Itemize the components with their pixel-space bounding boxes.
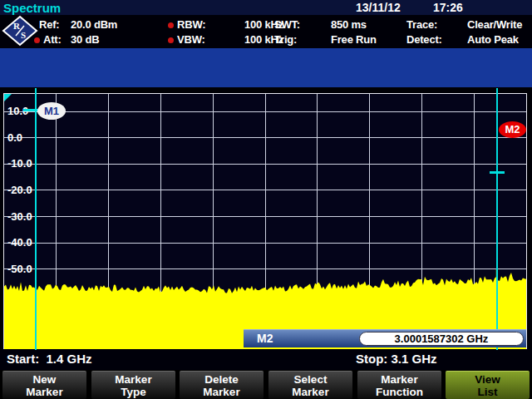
softkey-marker-type[interactable]: Marker Type xyxy=(91,371,175,399)
y-tick-0: 0.0 xyxy=(7,131,22,144)
att-label: Att: xyxy=(43,32,62,47)
softkey-label: Delete xyxy=(204,373,239,386)
marker2-level-dash xyxy=(490,171,505,174)
title-bar: Spectrum 13/11/12 17:26 xyxy=(0,0,532,15)
ref-value: 20.0 dBm xyxy=(71,17,117,32)
marker1-graph-badge: M1 xyxy=(37,102,66,120)
vbw-coupled-dot-icon xyxy=(168,37,174,43)
time-label: 17:26 xyxy=(433,1,463,14)
softkey-label: New xyxy=(33,373,57,386)
spectrum-analyzer-screen: Spectrum 13/11/12 17:26 R S Ref: 20.0 dB… xyxy=(0,0,532,399)
swt-label: SWT: xyxy=(274,17,300,32)
softkey-label: Marker xyxy=(26,386,62,398)
y-tick-m40: -40.0 xyxy=(7,236,32,249)
softkey-label: Marker xyxy=(381,373,417,386)
marker1-line[interactable] xyxy=(35,88,37,350)
softkey-label: Type xyxy=(121,386,146,398)
softkey-marker-function[interactable]: Marker Function xyxy=(357,371,441,399)
detect-label: Detect: xyxy=(406,32,442,47)
mode-title: Spectrum xyxy=(3,1,61,15)
y-tick-m50: -50.0 xyxy=(7,263,32,275)
trig-value: Free Run xyxy=(331,32,377,47)
trace-label: Trace: xyxy=(406,17,437,32)
softkey-delete-marker[interactable]: Delete Marker xyxy=(180,371,264,399)
rbw-coupled-dot-icon xyxy=(168,22,174,28)
svg-text:S: S xyxy=(21,30,26,40)
softkey-select-marker[interactable]: Select Marker xyxy=(268,371,352,399)
softkey-label: View xyxy=(475,373,500,386)
swt-value: 850 ms xyxy=(331,17,367,32)
ref-label: Ref: xyxy=(39,17,59,32)
vbw-label: VBW: xyxy=(177,32,205,47)
y-tick-m10: -10.0 xyxy=(7,157,32,170)
marker2-graph-badge: M2 xyxy=(499,121,526,138)
frequency-footer: Start: 1.4 GHz Stop: 3.1 GHz xyxy=(0,349,532,370)
softkey-view-list-active[interactable]: View List xyxy=(446,371,530,399)
y-tick-m20: -20.0 xyxy=(7,184,32,196)
settings-header: R S Ref: 20.0 dBm Att: 30 dB RBW: 100 kH… xyxy=(0,15,532,48)
trace-plot xyxy=(4,94,526,350)
start-frequency-label: Start: 1.4 GHz xyxy=(7,352,92,366)
rbw-label: RBW: xyxy=(177,17,205,32)
marker2-line[interactable] xyxy=(496,88,498,350)
softkey-new-marker[interactable]: New Marker xyxy=(2,371,86,399)
overlay-marker-label: M2 xyxy=(257,330,273,347)
stop-frequency-label: Stop: 3.1 GHz xyxy=(356,352,437,366)
trace-value: Clear/Write xyxy=(467,17,522,32)
svg-text:R: R xyxy=(13,21,21,31)
date-label: 13/11/12 xyxy=(356,1,401,14)
trace-corner-wedge-icon xyxy=(4,94,12,101)
att-coupled-dot-icon xyxy=(34,37,40,43)
rs-logo-icon: R S xyxy=(2,15,38,48)
trig-label: Trig: xyxy=(274,32,297,47)
marker-frequency-input[interactable]: 3.0001587302 GHz xyxy=(359,332,524,346)
softkey-label: Function xyxy=(376,386,423,398)
softkey-bar: New Marker Marker Type Delete Marker Sel… xyxy=(0,370,532,399)
spectrum-trace-display: 10.0 0.0 -10.0 -20.0 -30.0 -40.0 -50.0 M… xyxy=(3,93,527,350)
softkey-label: Select xyxy=(294,373,328,386)
detect-value: Auto Peak xyxy=(467,32,519,47)
softkey-label: Marker xyxy=(115,373,151,386)
att-value: 30 dB xyxy=(71,32,99,47)
marker-entry-overlay: M2 3.0001587302 GHz xyxy=(244,329,526,347)
y-tick-m30: -30.0 xyxy=(7,210,32,223)
softkey-label: List xyxy=(477,386,497,398)
softkey-label: Marker xyxy=(292,386,328,398)
marker-info-bar: C 1.5025394652 GHz M1 1.502539683 GHz 10… xyxy=(0,48,532,87)
softkey-label: Marker xyxy=(203,386,239,398)
